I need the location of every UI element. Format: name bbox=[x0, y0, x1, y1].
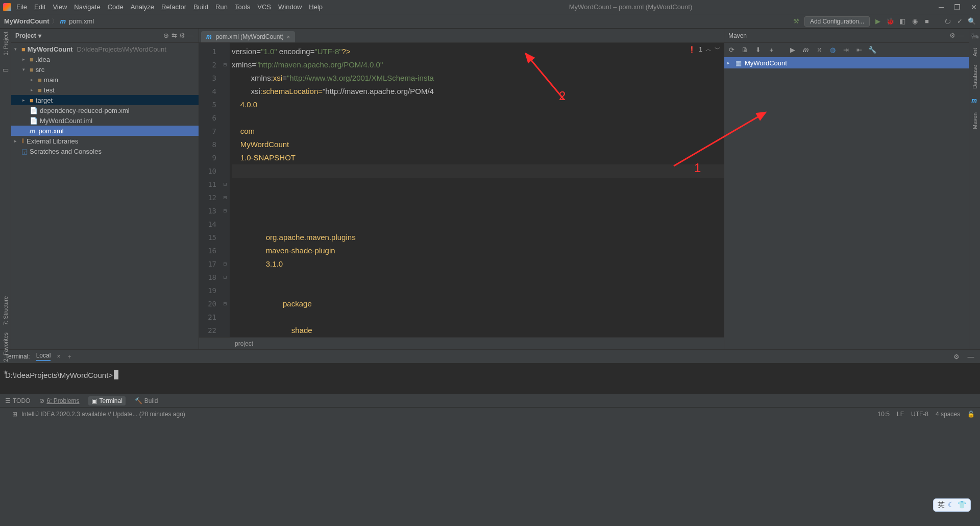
app-logo-icon bbox=[3, 3, 11, 11]
close-tab-icon[interactable]: × bbox=[287, 34, 290, 40]
ime-indicator[interactable]: 英 ☾ 👕 bbox=[933, 498, 971, 512]
tree-target[interactable]: ▸■target bbox=[11, 95, 199, 105]
tree-idea[interactable]: ▸■.idea bbox=[11, 54, 199, 64]
terminal-body[interactable]: D:\IdeaProjects\MyWordCount> bbox=[0, 363, 980, 394]
code-content[interactable]: version="1.0" encoding="UTF-8"?> xmlns="… bbox=[230, 43, 724, 337]
menu-code[interactable]: Code bbox=[108, 3, 124, 11]
nav-up-icon[interactable]: ︿ bbox=[705, 45, 712, 54]
tree-scratches[interactable]: ◲Scratches and Consoles bbox=[11, 146, 199, 156]
left-tab-favorites[interactable]: 2: Favorites bbox=[3, 332, 9, 362]
coverage-icon[interactable]: ◧ bbox=[898, 17, 906, 26]
expand-icon[interactable]: ⇆ bbox=[170, 32, 178, 40]
toggle-offline-icon[interactable]: m bbox=[802, 46, 810, 54]
right-tab-maven[interactable]: Maven bbox=[972, 112, 978, 129]
debug-icon[interactable]: 🐞 bbox=[886, 17, 894, 26]
project-tree[interactable]: ▾■MyWordCountD:\IdeaProjects\MyWordCount… bbox=[11, 43, 199, 349]
maven-project-row[interactable]: ▸ ▦ MyWordCount bbox=[724, 57, 969, 68]
menu-view[interactable]: View bbox=[53, 3, 67, 11]
menu-analyze[interactable]: Analyze bbox=[131, 3, 154, 11]
status-tool-windows-icon[interactable]: ⊞ bbox=[12, 411, 17, 418]
maven-hide-icon[interactable]: — bbox=[957, 32, 965, 40]
menu-help[interactable]: Help bbox=[309, 3, 323, 11]
right-tab-ant[interactable]: Ant bbox=[972, 48, 978, 57]
status-caret-pos[interactable]: 10:5 bbox=[878, 411, 890, 418]
add-icon[interactable]: ＋ bbox=[767, 46, 775, 54]
status-indent[interactable]: 4 spaces bbox=[936, 411, 960, 418]
reload-icon[interactable]: ⟳ bbox=[727, 46, 736, 54]
menu-vcs[interactable]: VCS bbox=[257, 3, 271, 11]
right-tab-database[interactable]: Database bbox=[972, 65, 978, 89]
terminal-tool-window: Terminal: Local × ＋ ⚙ — D:\IdeaProjects\… bbox=[0, 349, 980, 394]
menu-window[interactable]: Window bbox=[278, 3, 302, 11]
maven-gear-icon[interactable]: ⚙ bbox=[948, 32, 957, 40]
menu-edit[interactable]: Edit bbox=[34, 3, 45, 11]
terminal-hide-icon[interactable]: — bbox=[967, 352, 975, 361]
download-icon[interactable]: ⬇ bbox=[754, 46, 762, 54]
tree-src[interactable]: ▾■src bbox=[11, 64, 199, 75]
gear-icon[interactable]: ⚙ bbox=[178, 32, 186, 40]
menu-navigate[interactable]: Navigate bbox=[74, 3, 100, 11]
tree-main[interactable]: ▸■main bbox=[11, 75, 199, 85]
menu-build[interactable]: Build bbox=[193, 3, 208, 11]
wrench-icon[interactable]: 🔧 bbox=[868, 46, 876, 54]
star-icon[interactable]: ★ bbox=[3, 369, 9, 376]
expand-all-icon[interactable]: ⇤ bbox=[855, 46, 863, 54]
nav-down-icon[interactable]: ﹀ bbox=[715, 45, 721, 54]
menu-run[interactable]: Run bbox=[215, 3, 228, 11]
close-icon[interactable]: ✕ bbox=[971, 3, 977, 11]
error-indicator-icon[interactable]: ❗ bbox=[688, 46, 696, 53]
bottom-terminal[interactable]: ▣ Terminal bbox=[88, 396, 125, 405]
menu-file[interactable]: File bbox=[16, 3, 27, 11]
tree-pom[interactable]: mpom.xml bbox=[11, 126, 199, 136]
tree-ext-lib[interactable]: ▸⫴External Libraries bbox=[11, 136, 199, 146]
generate-sources-icon[interactable]: 🗎 bbox=[741, 46, 749, 54]
terminal-tab-close-icon[interactable]: × bbox=[57, 353, 60, 360]
ant-icon[interactable]: 🐜 bbox=[971, 32, 979, 40]
tree-iml[interactable]: 📄MyWordCount.iml bbox=[11, 115, 199, 126]
profile-icon[interactable]: ◉ bbox=[911, 17, 919, 26]
search-icon[interactable]: 🔍 bbox=[968, 17, 976, 26]
status-line-sep[interactable]: LF bbox=[897, 411, 904, 418]
stop-icon[interactable]: ■ bbox=[923, 17, 931, 26]
collapse-icon[interactable]: ⇥ bbox=[842, 46, 850, 54]
bottom-todo[interactable]: ☰ TODO bbox=[5, 397, 30, 404]
tree-test[interactable]: ▸■test bbox=[11, 85, 199, 95]
editor-tab-pom[interactable]: mpom.xml (MyWordCount)× bbox=[201, 31, 295, 42]
title-bar: File Edit View Navigate Code Analyze Ref… bbox=[0, 0, 980, 14]
left-tab-project[interactable]: 1: Project bbox=[3, 32, 9, 55]
right-tool-stripe: 🐜 Ant Database m Maven bbox=[969, 29, 980, 349]
editor[interactable]: 12345678910111213141516171819202122 ⊟⊟⊟⊟… bbox=[199, 43, 724, 337]
terminal-gear-icon[interactable]: ⚙ bbox=[952, 352, 961, 361]
status-lock-icon[interactable]: 🔓 bbox=[967, 411, 975, 418]
status-encoding[interactable]: UTF-8 bbox=[911, 411, 928, 418]
commit-icon[interactable]: ✓ bbox=[955, 17, 964, 26]
minimize-icon[interactable]: ─ bbox=[939, 3, 944, 11]
build-hammer-icon[interactable]: ⚒ bbox=[792, 17, 800, 26]
show-deps-icon[interactable]: ◍ bbox=[828, 46, 837, 54]
fold-gutter[interactable]: ⊟⊟⊟⊟⊟⊟⊟ bbox=[220, 43, 230, 337]
crumb-file[interactable]: pom.xml bbox=[69, 17, 94, 25]
bottom-problems[interactable]: ⊘ 6: Problems bbox=[39, 397, 79, 404]
maximize-icon[interactable]: ❐ bbox=[954, 3, 961, 11]
status-message[interactable]: IntelliJ IDEA 2020.2.3 available // Upda… bbox=[21, 411, 185, 418]
run-maven-icon[interactable]: ▶ bbox=[789, 46, 797, 54]
menu-refactor[interactable]: Refactor bbox=[161, 3, 186, 11]
maven-tool-window: Maven ⚙ — ⟳ 🗎 ⬇ ＋ ▶ m ⤭ ◍ ⇥ ⇤ 🔧 ▸ ▦ MyWo… bbox=[724, 29, 969, 349]
folder-icon[interactable]: ▭ bbox=[2, 65, 10, 74]
bottom-build[interactable]: 🔨 Build bbox=[135, 397, 158, 404]
terminal-tab-local[interactable]: Local bbox=[36, 352, 51, 361]
skip-tests-icon[interactable]: ⤭ bbox=[815, 46, 823, 54]
tree-root[interactable]: ▾■MyWordCountD:\IdeaProjects\MyWordCount bbox=[11, 44, 199, 54]
run-icon[interactable]: ▶ bbox=[874, 17, 882, 26]
add-configuration-button[interactable]: Add Configuration... bbox=[804, 16, 870, 27]
terminal-new-tab-icon[interactable]: ＋ bbox=[66, 352, 72, 361]
crumb-project[interactable]: MyWordCount bbox=[4, 17, 50, 25]
tree-dep-pom[interactable]: 📄dependency-reduced-pom.xml bbox=[11, 105, 199, 115]
locate-icon[interactable]: ⊕ bbox=[162, 32, 170, 40]
hide-icon[interactable]: — bbox=[186, 32, 194, 40]
left-tab-structure[interactable]: 7: Structure bbox=[3, 296, 9, 325]
editor-breadcrumb[interactable]: project bbox=[199, 337, 724, 349]
menu-tools[interactable]: Tools bbox=[235, 3, 250, 11]
maven-stripe-icon[interactable]: m bbox=[971, 97, 977, 104]
update-project-icon[interactable]: ⭮ bbox=[943, 17, 951, 26]
